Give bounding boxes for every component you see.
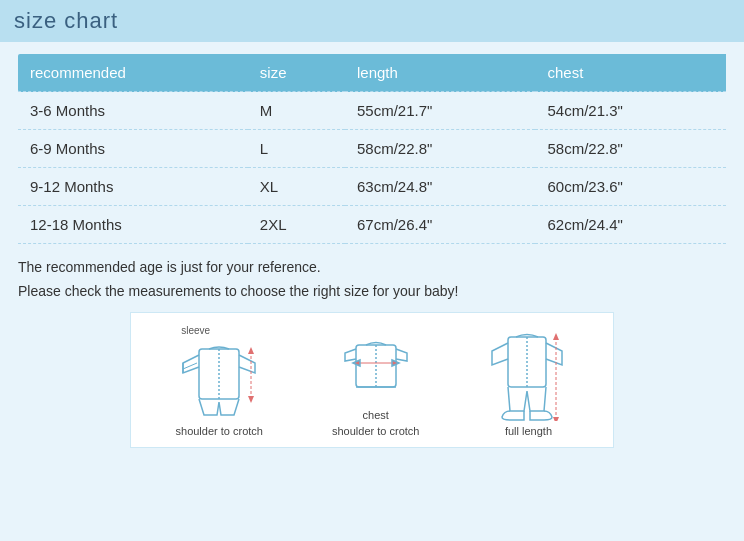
cell-size-3: 2XL (248, 206, 345, 244)
col-header-chest: chest (535, 54, 726, 92)
col-header-size: size (248, 54, 345, 92)
cell-chest-3: 62cm/24.4" (535, 206, 726, 244)
note-section: The recommended age is just for your ref… (18, 256, 726, 304)
diagram-item-2: chest shoulder to crotch (332, 325, 419, 437)
table-row: 12-18 Months2XL67cm/26.4"62cm/24.4" (18, 206, 726, 244)
table-header-row: recommended size length chest (18, 54, 726, 92)
cell-chest-0: 54cm/21.3" (535, 92, 726, 130)
table-row: 9-12 MonthsXL63cm/24.8"60cm/23.6" (18, 168, 726, 206)
cell-recommended-1: 6-9 Months (18, 130, 248, 168)
size-table: recommended size length chest 3-6 Months… (18, 54, 726, 244)
table-row: 6-9 MonthsL58cm/22.8"58cm/22.8" (18, 130, 726, 168)
cell-length-2: 63cm/24.8" (345, 168, 535, 206)
shoulder-to-crotch-label-2: shoulder to crotch (332, 425, 419, 437)
full-length-label: full length (505, 425, 552, 437)
cell-recommended-3: 12-18 Months (18, 206, 248, 244)
size-table-wrapper: recommended size length chest 3-6 Months… (18, 54, 726, 244)
col-header-recommended: recommended (18, 54, 248, 92)
shoulder-to-crotch-label-1: shoulder to crotch (176, 425, 263, 437)
svg-marker-11 (353, 360, 360, 366)
table-row: 3-6 MonthsM55cm/21.7"54cm/21.3" (18, 92, 726, 130)
note-line-2: Please check the measurements to choose … (18, 280, 726, 304)
sleeve-label: sleeve (181, 325, 210, 336)
svg-marker-12 (392, 360, 399, 366)
cell-size-0: M (248, 92, 345, 130)
cell-length-1: 58cm/22.8" (345, 130, 535, 168)
diagram-item-3: full length (488, 321, 568, 437)
cell-size-2: XL (248, 168, 345, 206)
garment-svg-3 (488, 321, 568, 421)
size-chart-page: size chart recommended size length chest… (0, 0, 744, 541)
cell-chest-2: 60cm/23.6" (535, 168, 726, 206)
svg-marker-6 (248, 396, 254, 403)
garment-svg-1 (179, 327, 259, 417)
chest-label: chest (363, 409, 389, 421)
garment-svg-2 (341, 325, 411, 405)
title-bar: size chart (0, 0, 744, 42)
cell-recommended-0: 3-6 Months (18, 92, 248, 130)
cell-recommended-2: 9-12 Months (18, 168, 248, 206)
diagram-section: sleeve (130, 312, 614, 448)
svg-marker-16 (553, 333, 559, 340)
page-title: size chart (14, 8, 118, 34)
svg-marker-17 (553, 417, 559, 421)
diagram-item-1: sleeve (176, 327, 263, 437)
svg-marker-5 (248, 347, 254, 354)
note-line-1: The recommended age is just for your ref… (18, 256, 726, 280)
cell-length-0: 55cm/21.7" (345, 92, 535, 130)
cell-size-1: L (248, 130, 345, 168)
cell-length-3: 67cm/26.4" (345, 206, 535, 244)
cell-chest-1: 58cm/22.8" (535, 130, 726, 168)
col-header-length: length (345, 54, 535, 92)
